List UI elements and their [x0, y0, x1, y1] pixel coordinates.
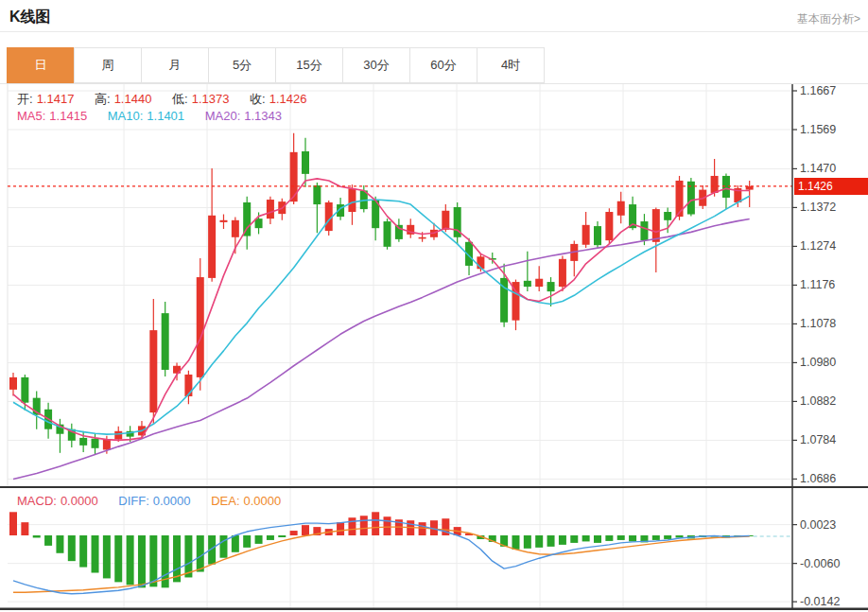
macd-value: 0.0000	[61, 494, 98, 508]
close-label: 收:	[250, 92, 266, 106]
tab-4hour[interactable]: 4时	[477, 47, 545, 83]
tab-day[interactable]: 日	[7, 47, 75, 83]
svg-text:1.0784: 1.0784	[800, 433, 836, 446]
high-label: 高:	[95, 92, 111, 106]
dea-label: DEA:	[211, 494, 239, 508]
tab-15min[interactable]: 15分	[275, 47, 343, 83]
tab-30min[interactable]: 30分	[342, 47, 410, 83]
svg-text:-0.0142: -0.0142	[800, 595, 840, 608]
current-price-badge: 1.1426	[794, 178, 868, 195]
low-label: 低:	[172, 92, 188, 106]
svg-text:1.1569: 1.1569	[800, 123, 836, 136]
svg-text:1.1274: 1.1274	[800, 239, 836, 253]
dea-value: 0.0000	[244, 494, 282, 508]
kline-widget: K线图 基本面分析> 日 周 月 5分 15分 30分 60分 4时 1.166…	[0, 0, 868, 612]
period-tabs: 日 周 月 5分 15分 30分 60分 4时	[8, 47, 545, 83]
svg-text:1.1470: 1.1470	[800, 162, 836, 175]
svg-text:-0.0060: -0.0060	[800, 557, 840, 570]
svg-text:1.0882: 1.0882	[800, 394, 836, 408]
ma10-value: 1.1401	[147, 109, 184, 123]
low-value: 1.1373	[192, 92, 230, 106]
macd-label: MACD:	[17, 494, 57, 508]
header-divider	[0, 31, 868, 32]
page-title: K线图	[9, 8, 51, 27]
tab-week[interactable]: 周	[74, 47, 142, 83]
high-value: 1.1440	[114, 92, 152, 106]
svg-text:1.1078: 1.1078	[800, 317, 836, 330]
tab-5min[interactable]: 5分	[208, 47, 276, 83]
open-value: 1.1417	[37, 92, 75, 106]
svg-text:1.1372: 1.1372	[800, 201, 836, 214]
fundamental-analysis-link[interactable]: 基本面分析>	[797, 11, 860, 27]
ohlc-legend: 开:1.1417 高:1.1440 低:1.1373 收:1.1426	[17, 91, 310, 108]
svg-text:0.0023: 0.0023	[800, 518, 836, 532]
ma20-value: 1.1343	[244, 109, 282, 123]
tab-month[interactable]: 月	[141, 47, 209, 83]
chart-area: 1.16671.15691.14701.13721.12741.11761.10…	[0, 83, 868, 610]
svg-text:1.1176: 1.1176	[800, 278, 835, 291]
ma10-label: MA10:	[108, 109, 144, 123]
tab-60min[interactable]: 60分	[409, 47, 477, 83]
kline-main-chart[interactable]: 1.16671.15691.14701.13721.12741.11761.10…	[0, 84, 868, 488]
diff-label: DIFF:	[118, 494, 149, 508]
svg-text:1.0686: 1.0686	[800, 472, 836, 485]
ma20-label: MA20:	[205, 109, 241, 123]
ma5-label: MA5:	[17, 109, 45, 123]
svg-text:1.1667: 1.1667	[800, 84, 836, 97]
ma5-value: 1.1415	[49, 109, 87, 123]
svg-text:1.0980: 1.0980	[800, 356, 836, 369]
ma-legend: MA5:1.1415 MA10:1.1401 MA20:1.1343	[17, 109, 286, 123]
diff-value: 0.0000	[153, 494, 191, 508]
close-value: 1.1426	[269, 92, 307, 106]
macd-legend: MACD:0.0000 DIFF:0.0000 DEA:0.0000	[17, 494, 285, 508]
open-label: 开:	[17, 92, 33, 106]
